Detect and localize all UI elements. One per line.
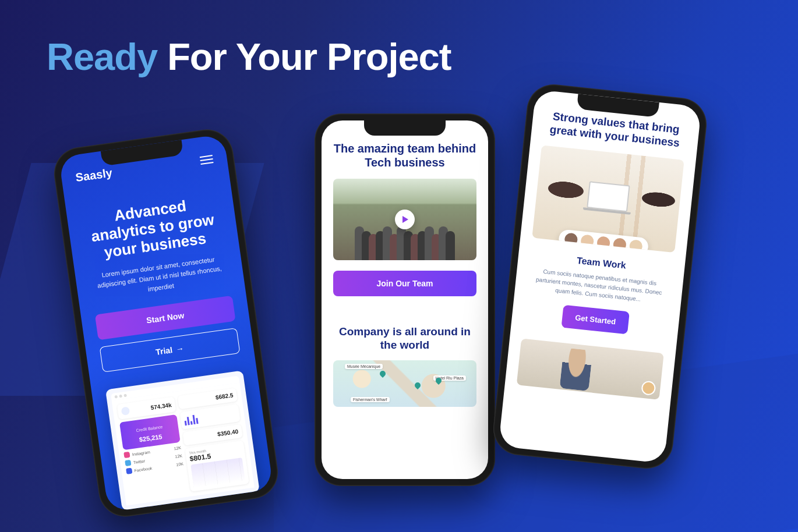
get-started-button[interactable]: Get Started [561,304,630,334]
balance-label: Credit Balance [136,425,163,432]
team-heading: The amazing team behind Tech business [333,141,476,169]
hero-heading: Advanced analytics to grow your business [80,193,225,264]
avatars-strip [558,229,649,253]
map-pin-icon [379,370,387,378]
map-pin-icon [414,381,422,389]
avatar [641,380,656,395]
map-label: Fisherman's Wharf [351,397,390,402]
screen-values: Strong values that bring great with your… [499,90,702,464]
secondary-photo [517,338,664,399]
join-team-button[interactable]: Join Our Team [333,271,476,296]
office-photo [532,145,684,253]
trial-label: Trial [155,345,173,357]
balance-value: $25,215 [139,433,163,443]
dashboard-preview: 574.34k Credit Balance $25,215 Instagram… [105,371,260,511]
profit-card: This month $801.5 [185,441,249,492]
arrow-right-icon: → [175,344,185,354]
brand-logo[interactable]: Saasly [75,166,113,185]
balance-card: Credit Balance $25,215 [119,414,181,450]
company-heading: Company is all around in the world [333,325,476,352]
laptop-illustration [587,182,630,212]
stat-value: 574.34k [150,402,172,411]
play-button-icon[interactable] [395,210,415,229]
avatar [613,237,627,251]
headline-rest: For Your Project [157,36,451,78]
stat-value: $350.40 [217,428,239,438]
avatar [629,239,643,253]
map-label: Musée Mécanique [345,364,383,369]
bar-chart-icon [183,414,198,426]
hamburger-icon[interactable] [200,155,214,165]
values-heading: Strong values that bring great with your… [543,109,688,151]
headline-accent: Ready [47,36,157,78]
page-headline: Ready For Your Project [47,35,451,79]
avatar [580,234,594,248]
avatar [564,232,578,246]
screen-team: The amazing team behind Tech business Jo… [322,120,488,479]
phone-mockup-2: The amazing team behind Tech business Jo… [315,114,495,486]
world-map[interactable]: Musée Mécanique Hotel Riu Plaza Fisherma… [333,360,476,407]
avatar [596,236,610,250]
team-photo [333,179,476,260]
line-chart-icon [190,458,245,488]
stat-value: $682.5 [215,392,234,401]
